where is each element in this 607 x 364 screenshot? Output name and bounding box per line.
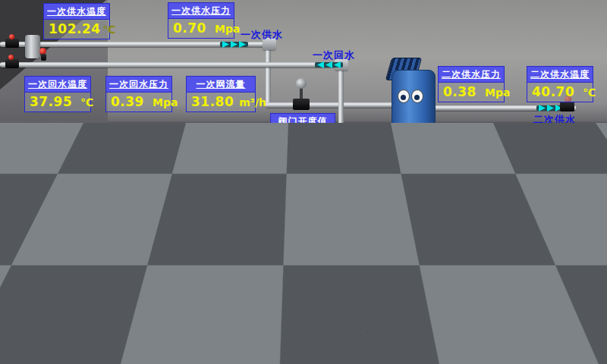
flow-arrows-tank-fill xyxy=(398,249,414,256)
gauge-primary-flow: 一次网流量 31.80m³/h xyxy=(186,76,256,112)
gauge-secondary-return-temp: 二次回水温度 36.63℃ xyxy=(527,187,593,223)
gauge-value: 33.88 xyxy=(215,303,258,317)
gauge-unit: ℃ xyxy=(583,86,596,99)
pump-base xyxy=(168,337,212,353)
gauge-title: 二次回水压力 xyxy=(438,187,505,203)
gauge-makeup-pump-frequency: 补水泵频率 33.88Hz xyxy=(210,284,280,320)
gauge-title: 一次供水温度 xyxy=(43,3,110,20)
gauge-unit: Mpa xyxy=(153,96,178,108)
gauge-value: 0.70 xyxy=(173,21,206,36)
gauge-primary-supply-pressure: 一次供水压力 0.70Mpa xyxy=(168,2,234,39)
gauge-title: 一次回水压力 xyxy=(105,76,172,93)
pump-indicator-window xyxy=(186,300,194,316)
gauge-unit: ℃ xyxy=(103,24,116,36)
pump-indicator-window xyxy=(192,253,200,269)
drain-valve[interactable] xyxy=(41,54,46,61)
gauge-primary-return-temp: 一次回水温度 37.95℃ xyxy=(24,76,91,112)
gauge-unit: % xyxy=(317,133,328,146)
return-outlet-valve-handle[interactable] xyxy=(8,55,14,60)
flow-arrows-makeup xyxy=(442,293,457,300)
tank-front-face xyxy=(8,267,111,353)
hmi-heating-station-screen: 一次供水 一次回水 二次供水 二次回水 补水 一次供水温度 102.24℃ 一次… xyxy=(0,0,607,364)
supply-inlet-valve-handle[interactable] xyxy=(9,34,14,39)
tank-leg xyxy=(85,350,93,362)
gauge-unit: Mpa xyxy=(485,207,510,219)
pump-flanges xyxy=(308,187,360,194)
pump-flanges xyxy=(168,322,212,329)
gauge-value: 5.92 xyxy=(275,132,309,146)
pump-indicator-window xyxy=(329,160,339,179)
flow-label-primary-return: 一次回水 xyxy=(313,49,355,62)
heat-exchanger-port-icon xyxy=(411,89,423,103)
flow-label-primary-supply: 一次供水 xyxy=(241,28,283,42)
loop-corner xyxy=(244,272,253,281)
pump-flanges xyxy=(363,180,414,188)
loop-corner xyxy=(144,319,153,328)
gauge-title: 二次供水压力 xyxy=(438,66,505,83)
gauge-value: 0.39 xyxy=(111,95,144,109)
gauge-valve-opening: 阀门开度值 5.92% xyxy=(270,113,335,149)
gauge-title: 一次网流量 xyxy=(186,76,256,93)
gauge-title: 二次供水温度 xyxy=(527,66,593,83)
gauge-unit: m³/h xyxy=(239,96,266,108)
strainer-filter xyxy=(25,35,40,58)
gauge-secondary-supply-temp: 二次供水温度 40.70℃ xyxy=(527,66,593,102)
tank-porthole xyxy=(17,289,61,331)
gauge-unit: Mpa xyxy=(215,23,240,35)
gauge-primary-return-pressure: 一次回水压力 0.39Mpa xyxy=(105,76,172,112)
circulation-pump-1[interactable] xyxy=(308,150,360,223)
gauge-unit: ℃ xyxy=(80,96,93,108)
flow-label-secondary-return: 二次回水 xyxy=(543,234,585,247)
gauge-value: 31.80 xyxy=(191,95,234,109)
secondary-supply-valve[interactable] xyxy=(560,102,574,111)
gauge-value: 0.27 xyxy=(443,206,476,220)
secondary-return-mid-valve[interactable] xyxy=(409,221,419,228)
gauge-unit: Mpa xyxy=(485,86,510,99)
gauge-value: 40.70 xyxy=(532,85,574,99)
gauge-unit: m³ xyxy=(73,246,89,258)
gauge-unit: Hz xyxy=(263,304,278,316)
tank-fill-pipe xyxy=(114,250,416,255)
gauge-primary-supply-temp: 一次供水温度 102.24℃ xyxy=(43,3,110,39)
flow-label-secondary-supply: 二次供水 xyxy=(533,113,576,127)
control-valve-knob[interactable] xyxy=(296,78,307,89)
tank-ladder xyxy=(97,229,115,314)
gauge-secondary-return-pressure: 二次回水压力 0.27Mpa xyxy=(438,187,505,223)
pump-flanges xyxy=(174,275,218,282)
gauge-unit: ℃ xyxy=(583,207,596,219)
gauge-tank-level: 水箱液位高度 1.10m³ xyxy=(26,225,96,262)
gauge-title: 一次回水温度 xyxy=(24,76,91,93)
gauge-value: 1.10 xyxy=(31,244,64,259)
makeup-discharge-pipe xyxy=(250,294,458,299)
gauge-secondary-supply-pressure: 二次供水压力 0.38Mpa xyxy=(438,66,505,102)
tank-leg xyxy=(12,352,20,363)
tank-leg xyxy=(49,352,56,363)
loop-corner xyxy=(144,272,153,281)
flow-arrows-secondary-supply xyxy=(539,105,562,111)
return-outlet-valve[interactable] xyxy=(5,59,19,68)
gauge-title: 水箱液位高度 xyxy=(26,225,96,242)
flow-arrows-primary-supply xyxy=(222,41,246,48)
water-tank xyxy=(0,190,144,364)
tank-leg xyxy=(111,346,117,357)
gauge-value: 37.95 xyxy=(30,95,72,109)
heat-exchanger-port-icon xyxy=(398,89,410,103)
gauge-value: 0.38 xyxy=(443,85,476,99)
gauge-value: 36.63 xyxy=(532,206,574,220)
heat-exchanger-bottom-port xyxy=(412,140,428,155)
primary-return-pipe xyxy=(0,62,340,67)
gauge-title: 一次供水压力 xyxy=(168,2,234,19)
pump-indicator-window xyxy=(384,154,394,173)
loop-corner xyxy=(244,319,253,328)
gauge-title: 补水泵频率 xyxy=(210,284,280,300)
pump-discharge-manifold xyxy=(317,206,423,212)
gauge-title: 二次回水温度 xyxy=(527,187,593,203)
control-valve[interactable] xyxy=(293,99,310,110)
flow-arrows-primary-return xyxy=(317,61,341,68)
supply-inlet-valve[interactable] xyxy=(5,39,19,48)
makeup-pump-2[interactable] xyxy=(168,291,212,354)
gauge-value: 102.24 xyxy=(49,22,101,36)
flow-label-makeup-water: 补水 xyxy=(441,303,462,317)
gauge-title: 阀门开度值 xyxy=(270,113,335,130)
